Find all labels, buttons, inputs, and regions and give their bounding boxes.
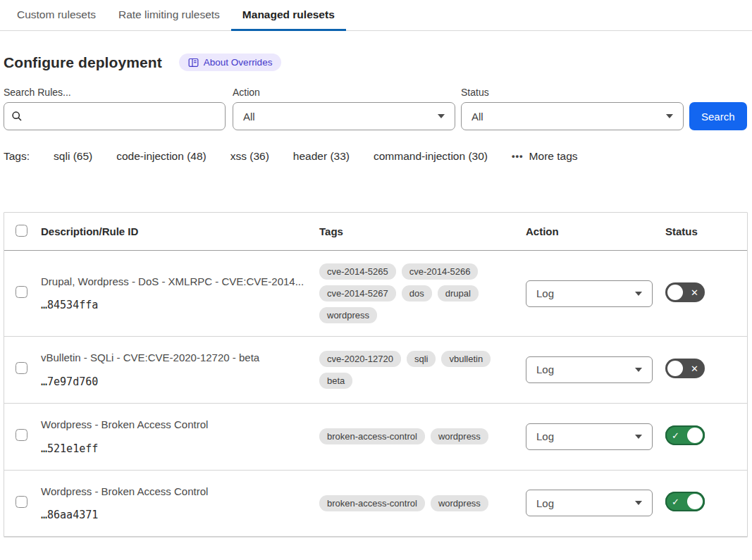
- filter-bar: Search Rules... Action All Status All: [4, 87, 748, 130]
- action-filter-label: Action: [233, 87, 455, 98]
- more-tags-label: More tags: [529, 150, 578, 163]
- row-checkbox[interactable]: [16, 429, 27, 441]
- tags-bar: Tags: sqli (65)code-injection (48)xss (3…: [4, 150, 748, 163]
- select-all-checkbox[interactable]: [16, 225, 27, 237]
- column-header-tags: Tags: [315, 225, 522, 237]
- column-header-status: Status: [661, 225, 747, 237]
- toggle-state-icon: ✓: [672, 430, 679, 440]
- rule-status-toggle[interactable]: ✕: [665, 359, 705, 378]
- about-overrides-label: About Overrides: [204, 57, 273, 68]
- table-row: Wordpress - Broken Access Control …86aa4…: [4, 471, 747, 537]
- table-row: Drupal, Wordpress - DoS - XMLRPC - CVE:C…: [4, 251, 747, 337]
- rule-id: …84534ffa: [41, 299, 311, 311]
- chevron-down-icon: [666, 114, 673, 118]
- rule-status-toggle[interactable]: ✕: [665, 282, 705, 302]
- rule-tag-pill: cve-2014-5267: [319, 285, 396, 301]
- action-filter-value: All: [243, 111, 255, 123]
- rule-description: Wordpress - Broken Access Control: [41, 485, 311, 499]
- more-tags-button[interactable]: ••• More tags: [512, 150, 578, 163]
- chevron-down-icon: [635, 435, 642, 439]
- toggle-state-icon: ✓: [672, 497, 679, 506]
- rule-action-select[interactable]: Log: [526, 356, 653, 383]
- toggle-knob: [687, 428, 703, 443]
- rule-tag-pill: broken-access-control: [319, 495, 425, 511]
- tag-filter[interactable]: code-injection (48): [116, 150, 207, 162]
- rule-action-select[interactable]: Log: [526, 490, 653, 516]
- tag-filter[interactable]: header (33): [293, 150, 350, 162]
- rule-tag-pill: wordpress: [319, 307, 377, 323]
- rule-tag-pill: drupal: [438, 285, 479, 301]
- tab-custom-rulesets[interactable]: Custom rulesets: [6, 0, 107, 31]
- rule-status-toggle[interactable]: ✓: [665, 425, 705, 445]
- rule-id: …86aa4371: [41, 509, 311, 521]
- row-checkbox[interactable]: [16, 496, 27, 508]
- rule-tag-pill: vbulletin: [441, 351, 491, 367]
- ruleset-tabs: Custom rulesets Rate limiting rulesets M…: [0, 0, 752, 31]
- rule-tag-pill: wordpress: [431, 428, 488, 444]
- rule-id: …521e1eff: [41, 442, 311, 455]
- rule-tag-pill: cve-2014-5265: [319, 263, 396, 280]
- tag-filter[interactable]: command-injection (30): [374, 150, 488, 162]
- search-box[interactable]: [4, 102, 226, 130]
- tag-filter[interactable]: xss (36): [230, 150, 269, 162]
- page-title: Configure deployment: [4, 54, 162, 71]
- tab-rate-limiting-rulesets[interactable]: Rate limiting rulesets: [107, 0, 231, 31]
- search-rules-input[interactable]: [28, 111, 218, 123]
- chevron-down-icon: [635, 501, 642, 505]
- chevron-down-icon: [635, 368, 642, 372]
- column-header-action: Action: [522, 225, 661, 237]
- toggle-state-icon: ✕: [691, 363, 698, 373]
- page-header: Configure deployment About Overrides: [4, 54, 748, 71]
- rule-tags: broken-access-controlwordpress: [315, 416, 522, 457]
- status-filter-value: All: [471, 111, 483, 123]
- tag-filter[interactable]: sqli (65): [54, 150, 92, 162]
- toggle-state-icon: ✕: [691, 287, 698, 297]
- rule-tag-pill: dos: [402, 285, 432, 301]
- action-filter-select[interactable]: All: [233, 102, 455, 130]
- rule-tag-pill: broken-access-control: [319, 428, 425, 444]
- rules-table: Description/Rule ID Tags Action Status D…: [4, 212, 748, 537]
- table-row: vBulletin - SQLi - CVE:CVE-2020-12720 - …: [4, 337, 747, 404]
- search-button[interactable]: Search: [689, 102, 747, 130]
- table-header: Description/Rule ID Tags Action Status: [4, 213, 747, 251]
- rule-tag-pill: sqli: [407, 351, 436, 367]
- tags-bar-label: Tags:: [4, 150, 30, 163]
- chevron-down-icon: [635, 292, 642, 296]
- status-filter-select[interactable]: All: [461, 102, 684, 130]
- ellipsis-icon: •••: [512, 151, 524, 161]
- table-row: Wordpress - Broken Access Control …521e1…: [4, 404, 747, 471]
- toggle-knob: [687, 494, 703, 509]
- search-icon: [11, 111, 23, 122]
- chevron-down-icon: [438, 114, 445, 118]
- rule-description: vBulletin - SQLi - CVE:CVE-2020-12720 - …: [41, 351, 311, 365]
- rule-tag-pill: beta: [319, 373, 352, 389]
- book-icon: [188, 58, 199, 68]
- about-overrides-badge[interactable]: About Overrides: [179, 54, 282, 71]
- rule-tag-pill: wordpress: [431, 495, 488, 511]
- tab-managed-rulesets[interactable]: Managed rulesets: [231, 0, 346, 31]
- rule-tags: broken-access-controlwordpress: [315, 483, 522, 524]
- rule-status-toggle[interactable]: ✓: [665, 492, 705, 511]
- toggle-knob: [667, 361, 683, 376]
- toggle-knob: [667, 285, 683, 300]
- rule-action-select[interactable]: Log: [526, 280, 653, 307]
- row-checkbox[interactable]: [16, 286, 27, 298]
- rule-id: …7e97d760: [41, 375, 311, 388]
- status-filter-label: Status: [461, 87, 684, 98]
- rule-tag-pill: cve-2020-12720: [319, 351, 401, 367]
- rule-tags: cve-2020-12720sqlivbulletinbeta: [315, 338, 522, 402]
- rule-description: Drupal, Wordpress - DoS - XMLRPC - CVE:C…: [41, 275, 311, 289]
- column-header-description: Description/Rule ID: [37, 225, 315, 237]
- search-rules-label: Search Rules...: [4, 87, 226, 98]
- rule-tag-pill: cve-2014-5266: [402, 263, 479, 280]
- rule-description: Wordpress - Broken Access Control: [41, 418, 311, 432]
- row-checkbox[interactable]: [16, 362, 27, 374]
- rule-tags: cve-2014-5265cve-2014-5266cve-2014-5267d…: [315, 251, 522, 336]
- rule-action-select[interactable]: Log: [526, 423, 653, 450]
